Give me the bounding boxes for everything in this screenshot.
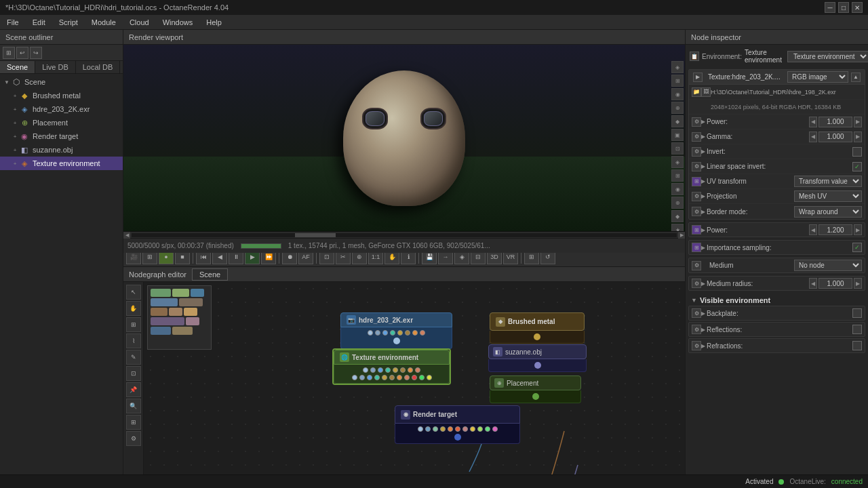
menu-edit[interactable]: Edit (26, 15, 52, 29)
vp-tool-9[interactable]: ⊞ (671, 169, 684, 182)
inspector-filetype-icon[interactable]: 🖼 (701, 87, 711, 97)
inspector-ref-icon[interactable]: ⚙ (692, 325, 701, 334)
inspector-power-icon[interactable]: ⚙ (692, 117, 701, 127)
port-te-b4[interactable] (374, 375, 380, 380)
vp-tool-4[interactable]: ⊕ (671, 102, 684, 114)
inspector-power2-inc[interactable]: ▶ (854, 224, 862, 235)
port-te-b8[interactable] (404, 375, 410, 380)
port-rt-t8[interactable] (470, 426, 475, 432)
inspector-li-checkbox[interactable]: ✓ (852, 162, 862, 171)
tree-item-hdri[interactable]: + ◈ hdre_203_2K.exr (0, 102, 123, 116)
port-te-t4[interactable] (385, 367, 391, 373)
port-te-b2[interactable] (359, 375, 365, 380)
inspector-mr-arrow[interactable]: ▶ (701, 281, 707, 287)
tree-item-placement[interactable]: + ⊕ Placement (0, 116, 123, 129)
inspector-gamma-arrow[interactable]: ▶ (701, 134, 707, 140)
port-hdri-5[interactable] (397, 330, 403, 336)
port-rt-t3[interactable] (433, 426, 438, 432)
port-te-t2[interactable] (370, 367, 376, 373)
inspector-power2-input[interactable] (818, 224, 852, 235)
tree-expand-brushed-metal[interactable]: + (11, 92, 19, 100)
ng-tool-grid[interactable]: ⊞ (126, 415, 141, 430)
port-te-b1[interactable] (352, 375, 357, 380)
inspector-proj-arrow[interactable]: ▶ (701, 193, 707, 199)
inspector-filepath-icon[interactable]: 📁 (692, 87, 701, 97)
menu-cloud[interactable]: Cloud (123, 15, 156, 29)
ng-tool-settings[interactable]: ⚙ (126, 431, 141, 446)
menu-windows[interactable]: Windows (156, 15, 200, 29)
menu-script[interactable]: Script (52, 15, 85, 29)
port-rt-t5[interactable] (448, 426, 453, 432)
port-rt-t1[interactable] (418, 426, 423, 432)
menu-module[interactable]: Module (85, 15, 123, 29)
tab-scene[interactable]: Scene (0, 61, 35, 73)
inspector-gamma-inc[interactable]: ▶ (854, 131, 862, 142)
tree-item-scene[interactable]: ▼ ⬡ Scene (0, 75, 123, 89)
ng-tool-group[interactable]: ⊡ (126, 366, 141, 381)
inspector-power-inc[interactable]: ▶ (854, 117, 862, 127)
minimize-button[interactable]: ─ (825, 2, 835, 13)
vp-tool-5[interactable]: ◆ (671, 115, 684, 127)
inspector-ref-arrow[interactable]: ▶ (701, 327, 707, 333)
tab-live-db[interactable]: Live DB (35, 61, 76, 73)
outliner-undo-button[interactable]: ↩ (16, 47, 28, 59)
nodegraph-canvas[interactable]: 📷 hdre_203_2K.exr (144, 282, 685, 488)
inspector-bp-checkbox[interactable] (852, 308, 862, 318)
tree-expand-hdri[interactable]: + (11, 105, 19, 113)
ng-tool-pin[interactable]: 📌 (126, 382, 141, 397)
tree-item-render-target[interactable]: + ◉ Render target (0, 129, 123, 143)
tree-expand-suzanne[interactable]: + (11, 146, 19, 154)
inspector-mr-inc[interactable]: ▶ (854, 278, 862, 289)
port-hdri-3[interactable] (382, 330, 388, 336)
inspector-border-icon[interactable]: ⚙ (692, 207, 701, 216)
port-te-t3[interactable] (378, 367, 383, 373)
port-hdri-1[interactable] (368, 330, 373, 336)
inspector-icon-copy[interactable]: 📋 (690, 52, 699, 61)
vp-tool-13[interactable]: ★ (671, 224, 684, 231)
inspector-invert-arrow[interactable]: ▶ (701, 148, 707, 155)
tree-item-brushed-metal[interactable]: + ◆ Brushed metal (0, 89, 123, 102)
port-hdri-4[interactable] (390, 330, 395, 336)
port-te-b5[interactable] (382, 375, 387, 380)
outliner-redo-button[interactable]: ↪ (30, 47, 42, 59)
inspector-rfr-arrow[interactable]: ▶ (701, 343, 707, 349)
port-te-t5[interactable] (393, 367, 398, 373)
menu-help[interactable]: Help (199, 15, 229, 29)
inspector-ref-checkbox[interactable] (852, 325, 862, 334)
inspector-power2-icon[interactable]: ⊞ (692, 225, 701, 235)
inspector-medium-select[interactable]: No node (794, 260, 862, 271)
scroll-right[interactable]: ▶ (678, 232, 685, 239)
inspector-uv-arrow[interactable]: ▶ (701, 178, 707, 184)
ng-tool-node[interactable]: ⊞ (126, 317, 141, 332)
menu-file[interactable]: File (0, 15, 26, 29)
inspector-invert-checkbox[interactable] (852, 147, 862, 157)
inspector-gamma-input[interactable] (818, 131, 852, 142)
inspector-border-select[interactable]: Wrap around (794, 206, 862, 218)
inspector-ve-collapse[interactable]: ▼ (691, 297, 697, 304)
port-te-b6[interactable] (389, 375, 395, 380)
nodegraph-scene-tab[interactable]: Scene (192, 268, 228, 281)
inspector-imp-checkbox[interactable]: ✓ (852, 243, 862, 252)
inspector-bp-icon[interactable]: ⚙ (692, 308, 701, 318)
tree-item-suzanne[interactable]: + ◧ suzanne.obj (0, 143, 123, 157)
node-suzanne[interactable]: ◧ suzanne.obj (488, 344, 587, 372)
vp-tool-8[interactable]: ◈ (671, 156, 684, 168)
inspector-rfr-checkbox[interactable] (852, 341, 862, 350)
vp-tool-11[interactable]: ⊕ (671, 197, 684, 209)
vp-tool-2[interactable]: ⊞ (671, 75, 684, 87)
outliner-add-button[interactable]: ⊞ (3, 47, 15, 59)
port-te-b7[interactable] (397, 375, 402, 380)
vp-tool-3[interactable]: ◉ (671, 88, 684, 100)
tree-item-texture-env[interactable]: + ◈ Texture environment (0, 157, 123, 170)
node-brushed-metal[interactable]: ◆ Brushed metal (490, 312, 585, 344)
viewport-content[interactable]: ◈ ⊞ ◉ ⊕ ◆ ▣ ⊡ ◈ ⊞ ◉ ⊕ ◆ ★ (123, 45, 685, 231)
ng-tool-pan[interactable]: ✋ (126, 301, 141, 316)
viewport-scrollbar-h[interactable]: ◀ ▶ (123, 231, 685, 238)
port-rt-t9[interactable] (477, 426, 483, 432)
inspector-medium-icon[interactable]: ⚙ (692, 261, 701, 270)
inspector-tex-expand[interactable]: ▲ (851, 73, 861, 82)
inspector-power-input[interactable] (818, 117, 852, 127)
node-placement[interactable]: ⊕ Placement (490, 375, 581, 403)
maximize-button[interactable]: □ (838, 2, 849, 13)
scroll-left[interactable]: ◀ (123, 232, 130, 239)
